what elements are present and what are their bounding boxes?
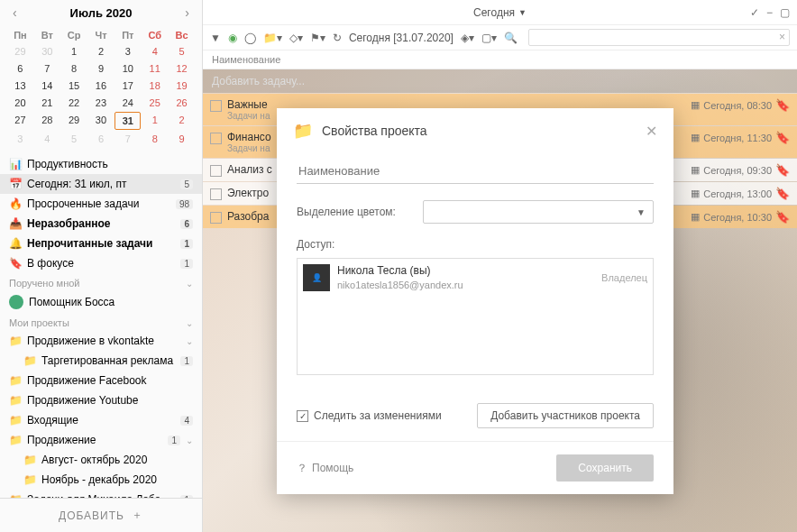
calendar-day[interactable]: 14	[34, 78, 60, 94]
bookmark-icon[interactable]: 🔖	[775, 98, 790, 112]
save-button[interactable]: Сохранить	[556, 454, 654, 482]
calendar-day[interactable]: 11	[142, 60, 168, 77]
calendar-day[interactable]: 16	[88, 78, 115, 94]
next-month-button[interactable]: ›	[181, 5, 193, 20]
nav-unread[interactable]: 🔔 Непрочитанные задачи 1	[0, 234, 202, 253]
bookmark-icon[interactable]: 🔖	[775, 131, 790, 144]
nav-productivity[interactable]: 📊 Продуктивность	[0, 154, 202, 174]
calendar-day[interactable]: 2	[169, 112, 195, 130]
group-projects[interactable]: Мои проекты ⌄	[0, 313, 202, 331]
nav-inbox[interactable]: 📥 Неразобранное 6	[0, 214, 202, 234]
calendar-day[interactable]: 18	[142, 78, 168, 94]
calendar-day[interactable]: 5	[169, 43, 195, 60]
calendar-day[interactable]: 25	[142, 95, 168, 111]
calendar-day[interactable]: 10	[115, 60, 141, 77]
nav-project-mikhail[interactable]: 📁 Задачи для Михаила Лебед... 1	[0, 490, 202, 498]
calendar-day[interactable]: 19	[169, 78, 195, 94]
shape-icon[interactable]: ▢▾	[481, 32, 497, 44]
nav-project-fb[interactable]: 📁 Продвижение Facebook	[0, 371, 202, 390]
view-title[interactable]: Сегодня ▼	[473, 6, 527, 19]
refresh-icon[interactable]: ↻	[333, 32, 342, 44]
calendar-day[interactable]: 3	[7, 131, 33, 147]
search-icon[interactable]: 🔍	[504, 32, 518, 44]
nav-project-vk[interactable]: 📁 Продвижение в vkontakte ⌄	[0, 331, 202, 351]
prev-month-button[interactable]: ‹	[9, 5, 21, 20]
calendar-day[interactable]: 2	[88, 43, 115, 60]
nav-boss-assistant[interactable]: Помощник Босса	[0, 291, 202, 313]
label: Входящие	[27, 414, 175, 427]
date-range[interactable]: Сегодня [31.07.2020]	[349, 32, 453, 44]
add-members-button[interactable]: Добавить участников проекта	[477, 403, 654, 428]
clear-search-icon[interactable]: ×	[779, 31, 785, 43]
checkbox[interactable]	[210, 188, 222, 200]
tag-icon[interactable]: ◇▾	[289, 32, 303, 44]
checkbox[interactable]	[210, 100, 222, 112]
calendar-day[interactable]: 3	[115, 43, 141, 60]
nav-project-nov-dec[interactable]: 📁 Ноябрь - декабрь 2020	[0, 470, 202, 490]
calendar-icon[interactable]: ▢	[778, 5, 792, 21]
calendar-day[interactable]: 17	[115, 78, 141, 94]
add-task-input[interactable]: Добавить задачу...	[203, 69, 797, 93]
calendar-day[interactable]: 9	[169, 131, 195, 147]
follow-changes-checkbox[interactable]: ✓ Следить за изменениями	[297, 409, 442, 422]
nav-today[interactable]: 📅 Сегодня: 31 июл, пт 5	[0, 174, 202, 194]
nav-project-targeted[interactable]: 📁 Таргетированная реклама 1	[0, 351, 202, 371]
checkbox[interactable]	[210, 165, 222, 177]
member-row[interactable]: 👤 Никола Тесла (вы) niko1atesla1856@yand…	[303, 264, 647, 291]
nav-focus[interactable]: 🔖 В фокусе 1	[0, 253, 202, 273]
calendar-day[interactable]: 30	[88, 112, 115, 130]
nav-project-incoming[interactable]: 📁 Входящие 4	[0, 410, 202, 430]
calendar-day[interactable]: 7	[115, 131, 141, 147]
calendar-day[interactable]: 4	[34, 131, 60, 147]
calendar-day[interactable]: 4	[142, 43, 168, 60]
group-assigned[interactable]: Поручено мной ⌄	[0, 273, 202, 291]
nav-project-promo[interactable]: 📁 Продвижение 1 ⌄	[0, 430, 202, 450]
nav-project-yt[interactable]: 📁 Продвижение Youtube	[0, 390, 202, 410]
checkbox[interactable]	[210, 133, 222, 144]
flag-icon[interactable]: ⚑▾	[310, 32, 325, 44]
minus-icon[interactable]: −	[765, 5, 774, 21]
bookmark-icon[interactable]: 🔖	[775, 210, 790, 224]
calendar-day[interactable]: 27	[7, 112, 33, 130]
calendar-day[interactable]: 20	[7, 95, 33, 111]
add-project-button[interactable]: ДОБАВИТЬ ＋	[0, 498, 202, 532]
folder-dropdown-icon[interactable]: 📁▾	[263, 32, 282, 44]
bookmark-icon[interactable]: 🔖	[775, 187, 790, 200]
calendar-day[interactable]: 8	[142, 131, 168, 147]
bookmark-icon[interactable]: 🔖	[775, 163, 790, 177]
calendar-day[interactable]: 15	[61, 78, 87, 94]
calendar-day[interactable]: 31	[115, 112, 141, 130]
user-outline-icon[interactable]: ◯	[244, 32, 256, 44]
help-link[interactable]: ？ Помощь	[297, 461, 353, 476]
calendar-day[interactable]: 8	[61, 60, 87, 77]
calendar-day[interactable]: 29	[61, 112, 87, 130]
search-input[interactable]: ×	[528, 29, 790, 46]
calendar-day[interactable]: 6	[88, 131, 115, 147]
color-select[interactable]: ▼	[423, 200, 654, 224]
calendar-day[interactable]: 1	[142, 112, 168, 130]
nav-project-aug-oct[interactable]: 📁 Август- октябрь 2020	[0, 450, 202, 470]
calendar-day[interactable]: 12	[169, 60, 195, 77]
calendar-day[interactable]: 5	[61, 131, 87, 147]
calendar-day[interactable]: 7	[34, 60, 60, 77]
filter-icon[interactable]: ▼	[210, 32, 221, 44]
calendar-day[interactable]: 28	[34, 112, 60, 130]
calendar-day[interactable]: 6	[7, 60, 33, 77]
calendar-day[interactable]: 13	[7, 78, 33, 94]
project-name-input[interactable]	[297, 159, 654, 184]
calendar-day[interactable]: 24	[115, 95, 141, 111]
calendar-day[interactable]: 26	[169, 95, 195, 111]
calendar-day[interactable]: 30	[34, 43, 60, 60]
calendar-day[interactable]: 29	[7, 43, 33, 60]
user-green-icon[interactable]: ◉	[228, 32, 237, 44]
close-icon[interactable]: ✕	[646, 123, 657, 140]
calendar-day[interactable]: 1	[61, 43, 87, 60]
calendar-day[interactable]: 22	[61, 95, 87, 111]
calendar-day[interactable]: 21	[34, 95, 60, 111]
check-icon[interactable]: ✓	[748, 5, 761, 21]
calendar-day[interactable]: 9	[88, 60, 115, 77]
nav-overdue[interactable]: 🔥 Просроченные задачи 98	[0, 194, 202, 214]
checkbox[interactable]	[210, 212, 222, 224]
calendar-day[interactable]: 23	[88, 95, 115, 111]
tag2-icon[interactable]: ◈▾	[461, 32, 474, 44]
